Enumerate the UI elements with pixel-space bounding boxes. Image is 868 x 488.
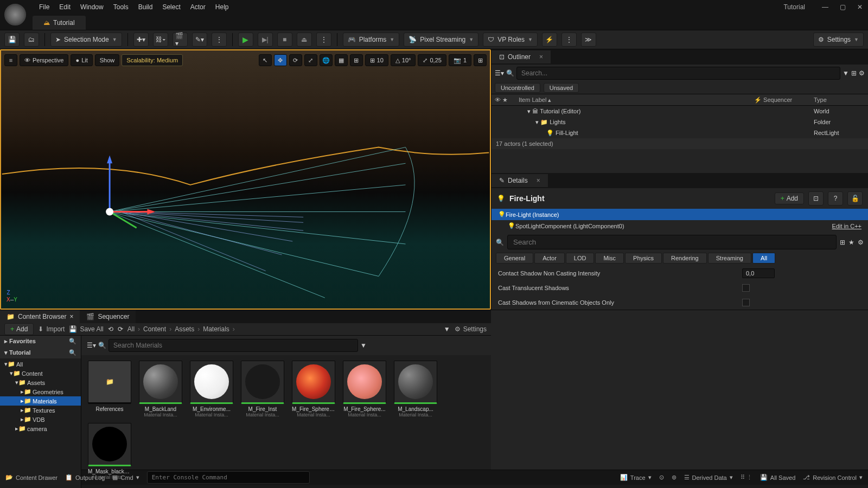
favorite-icon[interactable]: ★	[848, 239, 854, 246]
cinematics-button[interactable]: 🎬▾	[173, 33, 188, 47]
perspective-dropdown[interactable]: 👁 Perspective	[20, 54, 68, 66]
window-maximize[interactable]: ▢	[839, 3, 846, 11]
tool1-button[interactable]: ✎▾	[192, 33, 207, 47]
view-grid-icon[interactable]: ⊞	[840, 239, 845, 246]
grid-snap[interactable]: ⊞ 10	[365, 54, 388, 66]
lit-dropdown[interactable]: ● Lit	[71, 54, 92, 66]
asset-item[interactable]: M_Mask_black_InstMaterial Insta...	[87, 423, 132, 480]
asset-folder[interactable]: 📁References	[87, 361, 132, 418]
outliner-tab[interactable]: ⊡ Outliner×	[492, 50, 551, 63]
viewport-options[interactable]: ≡	[4, 54, 17, 66]
cat-rendering[interactable]: Rendering	[663, 253, 707, 264]
tree-materials[interactable]: ▸📁Materials	[0, 396, 81, 406]
filter-unsaved[interactable]: Unsaved	[544, 83, 579, 93]
cat-lod[interactable]: LOD	[566, 253, 595, 264]
mode-dropdown[interactable]: ➤ Selection Mode ▼	[50, 33, 122, 47]
camera-speed[interactable]: 📷 1	[449, 54, 471, 66]
menu-build[interactable]: Build	[138, 3, 153, 11]
cat-misc[interactable]: Misc	[595, 253, 624, 264]
window-close[interactable]: ✕	[856, 3, 864, 11]
filter-icon[interactable]: ☰▾	[495, 69, 504, 77]
tree-vdb[interactable]: ▸📁VDB	[0, 415, 81, 424]
tree-geometries[interactable]: ▸📁Geometries	[0, 387, 81, 396]
asset-search[interactable]	[108, 339, 358, 352]
viewport[interactable]: Z X—Y ≡ 👁 Perspective ● Lit Show Scalabi…	[0, 49, 491, 310]
save-button[interactable]: 💾	[4, 33, 20, 47]
details-tab[interactable]: ✎ Details×	[492, 174, 548, 187]
menu-tools[interactable]: Tools	[113, 3, 129, 11]
new-folder-icon[interactable]: ⊞	[851, 69, 857, 77]
close-icon[interactable]: ×	[69, 313, 73, 320]
performance-button[interactable]: ⚡	[542, 33, 557, 47]
component-spotlight[interactable]: 💡 SpotLightComponent (LightComponent0) E…	[492, 220, 868, 232]
angle-snap[interactable]: △ 10°	[391, 54, 416, 66]
tree-assets[interactable]: ▾📁Assets	[0, 378, 81, 387]
search-icon[interactable]: 🔍	[69, 349, 76, 356]
cat-general[interactable]: General	[496, 253, 533, 264]
cat-actor[interactable]: Actor	[534, 253, 565, 264]
browse-button[interactable]: 🗂	[24, 33, 39, 47]
menu-help[interactable]: Help	[215, 3, 229, 11]
outliner-search[interactable]	[516, 67, 840, 80]
progress-icon[interactable]: ⠿ ⋮	[741, 474, 752, 481]
tree-all[interactable]: ▾📁All	[0, 359, 81, 369]
import-button[interactable]: ⬇ Import	[38, 325, 65, 333]
tree-camera[interactable]: ▸📁camera	[0, 424, 81, 433]
search-icon[interactable]: 🔍	[69, 338, 76, 345]
level-tab[interactable]: ⛰ Tutorial	[33, 16, 86, 30]
sequencer-tab[interactable]: 🎬 Sequencer	[80, 310, 136, 323]
tree-textures[interactable]: ▸📁Textures	[0, 406, 81, 415]
scale-snap[interactable]: ⤢ 0,25	[418, 54, 446, 66]
component-instance[interactable]: 💡 Fire-Light (Instance)	[492, 209, 868, 220]
step-button[interactable]: ▶|	[258, 33, 273, 47]
breadcrumb[interactable]: All› Content› Assets› Materials›	[127, 325, 235, 333]
saveall-button[interactable]: 💾 Save All	[69, 325, 103, 333]
rotate-tool[interactable]: ⟳	[289, 54, 302, 66]
filter-uncontrolled[interactable]: Uncontrolled	[495, 83, 540, 93]
more-button[interactable]: ⋮	[561, 33, 577, 47]
cat-all[interactable]: All	[752, 253, 775, 264]
settings-dropdown[interactable]: ⚙ Settings▼	[813, 33, 864, 47]
history-back[interactable]: ⟲	[108, 325, 113, 333]
show-dropdown[interactable]: Show	[95, 54, 120, 66]
checkbox[interactable]	[742, 284, 750, 292]
gear-icon[interactable]: ⚙	[858, 239, 864, 246]
snap-surface[interactable]: ▦	[335, 54, 348, 66]
tool2-button[interactable]: ⋮	[212, 33, 227, 47]
filter-icon[interactable]: ☰▾	[87, 342, 96, 349]
play-options[interactable]: ⋮	[316, 33, 331, 47]
asset-item[interactable]: M_BackLandMaterial Insta...	[138, 361, 183, 418]
derived-data-dropdown[interactable]: ☰ Derived Data ▾	[684, 474, 733, 481]
checkbox[interactable]	[742, 299, 750, 306]
outliner-row-world[interactable]: ▾ 🏛 Tutorial (Editor) World	[492, 106, 868, 117]
add-component-button[interactable]: +Add	[775, 192, 804, 204]
play-button[interactable]: ▶	[238, 33, 253, 47]
history-fwd[interactable]: ⟳	[118, 325, 123, 333]
vproles-dropdown[interactable]: 🛡 VP Roles▼	[483, 33, 538, 47]
cb-settings[interactable]: ⚙ Settings	[455, 325, 487, 333]
blueprint-button[interactable]: ⛓▾	[153, 33, 168, 47]
outliner-row-folder[interactable]: ▾ 📁 Lights Folder	[492, 117, 868, 127]
scalability-dropdown[interactable]: Scalability: Medium	[122, 54, 183, 66]
add-content-button[interactable]: ✚▾	[133, 33, 149, 47]
details-search[interactable]	[507, 235, 837, 249]
select-tool[interactable]: ↖	[259, 54, 272, 66]
gear-icon[interactable]: ⚙	[859, 69, 865, 77]
asset-item[interactable]: M_Fire_Sphere...Material Insta...	[342, 361, 387, 418]
outliner-row-light[interactable]: 💡 Fill-Light RectLight	[492, 127, 868, 138]
content-browser-tab[interactable]: 📁 Content Browser ×	[0, 310, 80, 323]
value-input[interactable]: 0,0	[742, 268, 775, 278]
eject-button[interactable]: ⏏	[297, 33, 312, 47]
content-drawer-button[interactable]: 📂 Content Drawer	[5, 474, 58, 481]
help-button[interactable]: ?	[828, 191, 843, 206]
asset-item[interactable]: M_Fire_InstMaterial Insta...	[240, 361, 285, 418]
tree-content[interactable]: ▾📁Content	[0, 369, 81, 378]
menu-select[interactable]: Select	[162, 3, 180, 11]
save-status[interactable]: 💾 All Saved	[760, 474, 795, 481]
viewport-layout[interactable]: ⊞	[474, 54, 487, 66]
trace-dropdown[interactable]: 📊 Trace ▾	[620, 474, 652, 481]
revision-control-dropdown[interactable]: ⎇ Revision Control ▾	[803, 474, 863, 481]
project-section[interactable]: ▾ Tutorial🔍	[0, 347, 81, 358]
menu-edit[interactable]: Edit	[59, 3, 71, 11]
blueprint-button[interactable]: ⊡	[808, 191, 824, 206]
